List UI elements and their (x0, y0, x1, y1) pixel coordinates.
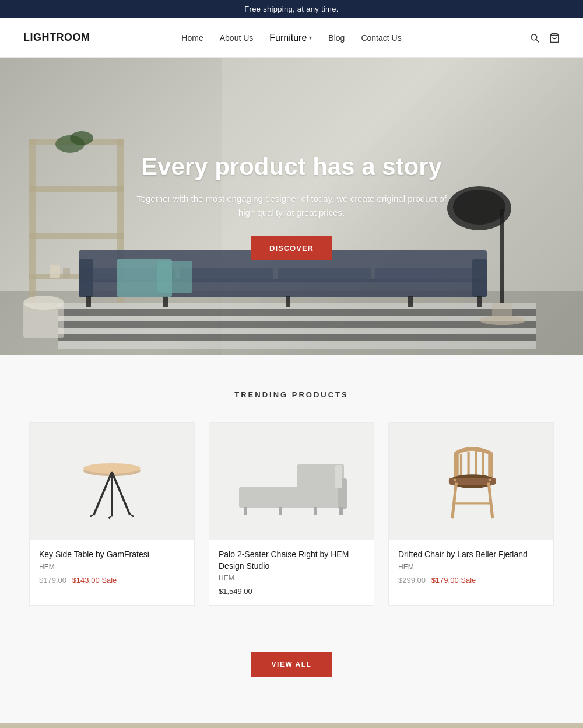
hero-section: Every product has a story Together with … (0, 58, 583, 355)
svg-rect-29 (286, 296, 290, 307)
product-info-3: Drifted Chair by Lars Beller Fjetland HE… (389, 540, 553, 594)
product-name-2: Palo 2-Seater Chaise Right by HEM Design… (219, 549, 364, 572)
svg-line-1 (536, 39, 539, 42)
footer-preview (0, 723, 583, 728)
main-nav: Home About Us Furniture ▾ Blog Contact U… (181, 33, 401, 43)
hero-subtitle: Together with the most engaging designer… (128, 192, 455, 220)
hero-content: Every product has a story Together with … (117, 153, 466, 260)
product-price-3: $299.00 $179.00 Sale (398, 576, 544, 584)
cart-button[interactable] (549, 33, 560, 43)
price-original-1: $179.00 (39, 576, 66, 584)
svg-rect-56 (335, 465, 342, 488)
svg-rect-38 (492, 303, 512, 320)
view-all-button[interactable]: VIEW ALL (251, 652, 333, 677)
chaise-sofa-icon (227, 435, 356, 528)
sale-badge-3: Sale (461, 576, 476, 584)
svg-rect-23 (278, 268, 371, 281)
nav-about[interactable]: About Us (220, 33, 254, 43)
announcement-bar: Free shipping, at any time. (0, 0, 583, 18)
svg-rect-25 (79, 259, 93, 297)
side-table-icon (60, 435, 164, 528)
svg-rect-22 (180, 268, 273, 281)
svg-line-67 (454, 480, 456, 480)
header-icons (529, 33, 560, 43)
svg-rect-52 (244, 507, 247, 515)
svg-rect-18 (63, 268, 70, 278)
svg-rect-54 (314, 507, 317, 515)
svg-rect-12 (29, 186, 124, 192)
svg-line-65 (452, 483, 456, 519)
svg-line-43 (94, 472, 112, 515)
nav-furniture[interactable]: Furniture ▾ (269, 33, 312, 43)
svg-rect-17 (50, 265, 60, 278)
product-name-3: Drifted Chair by Lars Beller Fjetland (398, 549, 544, 561)
product-image-1 (30, 423, 194, 540)
announcement-text: Free shipping, at any time. (244, 5, 338, 13)
svg-rect-40 (23, 303, 64, 338)
logo[interactable]: LIGHTROOM (23, 32, 90, 44)
svg-rect-53 (279, 507, 282, 515)
products-grid: Key Side Table by GamFratesi HEM $179.00… (29, 422, 554, 606)
product-price-1: $179.00 $143.00 Sale (39, 576, 185, 584)
product-image-2 (209, 423, 374, 540)
product-card-3[interactable]: Drifted Chair by Lars Beller Fjetland HE… (388, 422, 554, 606)
product-card-2[interactable]: Palo 2-Seater Chaise Right by HEM Design… (209, 422, 374, 606)
product-image-3 (389, 423, 553, 540)
svg-rect-13 (29, 233, 124, 239)
sale-badge-1: Sale (101, 576, 117, 584)
svg-rect-24 (375, 268, 472, 281)
svg-rect-55 (339, 507, 343, 515)
nav-contact[interactable]: Contact Us (361, 33, 401, 43)
product-vendor-2: HEM (219, 574, 364, 582)
product-card-1[interactable]: Key Side Table by GamFratesi HEM $179.00… (29, 422, 195, 606)
view-all-container: VIEW ALL (23, 629, 560, 700)
svg-line-66 (489, 483, 493, 519)
cart-icon (549, 33, 560, 43)
svg-rect-31 (477, 296, 482, 307)
product-vendor-3: HEM (398, 563, 544, 571)
svg-point-16 (70, 131, 93, 145)
product-info-1: Key Side Table by GamFratesi HEM $179.00… (30, 540, 194, 594)
price-sale-3: $179.00 (431, 576, 459, 584)
svg-line-46 (90, 515, 93, 517)
nav-home[interactable]: Home (181, 33, 203, 43)
svg-rect-30 (408, 296, 413, 307)
hero-title: Every product has a story (128, 153, 455, 181)
product-name-1: Key Side Table by GamFratesi (39, 549, 185, 561)
svg-rect-62 (488, 453, 493, 480)
svg-line-44 (112, 472, 130, 515)
discover-button[interactable]: DISCOVER (251, 236, 332, 260)
chevron-down-icon: ▾ (309, 34, 312, 41)
search-icon (529, 33, 540, 43)
svg-point-0 (531, 34, 537, 40)
svg-rect-6 (58, 309, 536, 316)
svg-rect-28 (163, 296, 168, 307)
price-original-3: $299.00 (398, 576, 426, 584)
svg-rect-7 (58, 321, 536, 328)
nav-furniture-label: Furniture (269, 33, 307, 43)
trending-section: TRENDING PRODUCTS (0, 355, 583, 723)
search-button[interactable] (529, 33, 540, 43)
price-sale-2: $1,549.00 (219, 587, 252, 596)
product-price-2: $1,549.00 (219, 587, 364, 596)
svg-rect-26 (472, 259, 487, 297)
svg-rect-33 (157, 261, 192, 293)
svg-line-68 (489, 480, 491, 480)
svg-rect-8 (58, 334, 536, 341)
svg-line-47 (131, 515, 134, 517)
svg-rect-27 (86, 296, 91, 307)
product-info-2: Palo 2-Seater Chaise Right by HEM Design… (209, 540, 374, 605)
chair-icon (427, 435, 515, 528)
nav-blog[interactable]: Blog (328, 33, 345, 43)
price-sale-1: $143.00 (72, 576, 100, 584)
product-vendor-1: HEM (39, 563, 185, 571)
trending-title: TRENDING PRODUCTS (23, 390, 560, 399)
svg-line-48 (109, 516, 111, 518)
header: LIGHTROOM Home About Us Furniture ▾ Blog… (0, 18, 583, 58)
svg-rect-50 (239, 487, 344, 508)
